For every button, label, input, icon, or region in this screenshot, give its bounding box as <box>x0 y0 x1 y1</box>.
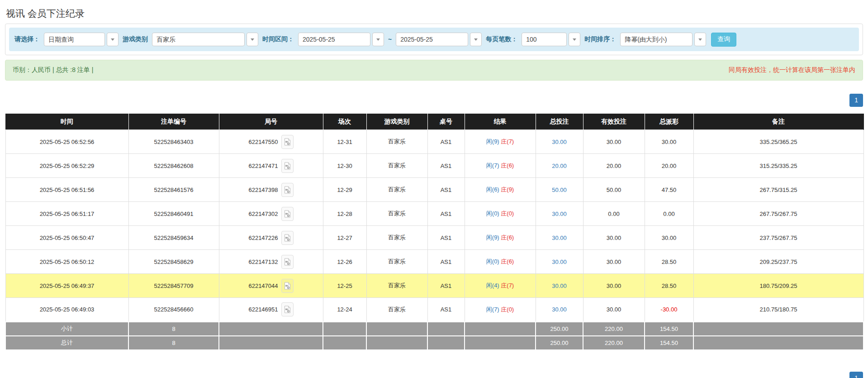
cell-total-bet: 50.00 <box>536 178 583 202</box>
game-type-dropdown-button[interactable] <box>247 33 258 46</box>
table-row[interactable]: 2025-05-25 06:51:56 522528461576 6221473… <box>5 178 863 202</box>
cell-remark: 267.75/315.25 <box>693 178 863 202</box>
game-type-select[interactable]: 百家乐 <box>152 33 258 46</box>
video-record-icon[interactable] <box>281 207 294 221</box>
result-player: 闲(9) <box>486 138 499 145</box>
total-bet-link[interactable]: 30.00 <box>552 139 567 145</box>
game-type-value[interactable]: 百家乐 <box>152 33 245 46</box>
video-record-icon[interactable] <box>281 302 294 316</box>
date-query-select[interactable]: 日期查询 <box>44 33 119 46</box>
cell-valid-bet: 30.00 <box>583 226 645 250</box>
cell-time: 2025-05-25 06:49:03 <box>5 298 128 322</box>
page-button-1-bottom[interactable]: 1 <box>849 372 863 378</box>
range-separator: ~ <box>388 36 392 43</box>
date-to-input[interactable]: 2025-05-25 <box>396 33 482 46</box>
video-record-icon[interactable] <box>281 231 294 245</box>
subtotal-label: 小计 <box>5 322 128 336</box>
cell-session: 12-26 <box>323 250 366 274</box>
total-bet-link[interactable]: 30.00 <box>552 306 567 313</box>
total-bet-link[interactable]: 30.00 <box>552 258 567 265</box>
subtotal-row: 小计 8 250.00 220.00 154.50 <box>5 322 863 336</box>
date-query-dropdown-button[interactable] <box>107 33 119 46</box>
currency-summary-text: 币别：人民币 | 总共 :8 注单 | <box>13 66 93 74</box>
page-size-value[interactable]: 100 <box>522 33 567 46</box>
video-record-icon[interactable] <box>281 159 294 173</box>
chevron-down-icon <box>474 38 478 41</box>
cell-valid-bet: 20.00 <box>583 154 645 178</box>
cell-total-bet: 30.00 <box>536 202 583 226</box>
result-player: 闲(4) <box>486 282 499 289</box>
cell-payout: 20.00 <box>645 154 693 178</box>
total-bet-link[interactable]: 50.00 <box>552 187 567 193</box>
cell-bet-id: 522528463403 <box>128 130 219 154</box>
table-row[interactable]: 2025-05-25 06:52:56 522528463403 6221475… <box>5 130 863 154</box>
total-bet-link[interactable]: 30.00 <box>552 282 567 289</box>
table-row[interactable]: 2025-05-25 06:50:47 522528459634 6221472… <box>5 226 863 250</box>
cell-round-id: 622147132 <box>219 250 323 274</box>
cell-valid-bet: 30.00 <box>583 298 645 322</box>
date-from-dropdown-button[interactable] <box>372 33 384 46</box>
cell-payout: 28.50 <box>645 250 693 274</box>
page-size-dropdown-button[interactable] <box>569 33 580 46</box>
cell-game-type: 百家乐 <box>366 202 427 226</box>
cell-valid-bet: 30.00 <box>583 274 645 298</box>
search-button[interactable]: 查询 <box>711 33 736 47</box>
cell-round-id: 622147044 <box>219 274 323 298</box>
chevron-down-icon <box>698 38 702 41</box>
filter-bar: 请选择： 日期查询 游戏类别 百家乐 时间区间： 2025-05-25 ~ 20… <box>9 28 859 51</box>
cell-table-no: AS1 <box>427 202 465 226</box>
table-row[interactable]: 2025-05-25 06:52:29 522528462608 6221474… <box>5 154 863 178</box>
pagination-top: 1 <box>5 94 863 107</box>
sort-order-select[interactable]: 降幂(由大到小) <box>620 33 706 46</box>
date-to-value[interactable]: 2025-05-25 <box>396 33 468 46</box>
cell-session: 12-31 <box>323 130 366 154</box>
video-record-icon[interactable] <box>281 279 294 293</box>
cell-table-no: AS1 <box>427 226 465 250</box>
cell-bet-id: 522528461576 <box>128 178 219 202</box>
result-banker: 庄(7) <box>501 138 514 145</box>
cell-remark: 180.75/209.25 <box>693 274 863 298</box>
cell-time: 2025-05-25 06:51:56 <box>5 178 128 202</box>
cell-table-no: AS1 <box>427 250 465 274</box>
cell-result: 闲(4) 庄(7) <box>465 274 536 298</box>
subtotal-total-bet: 250.00 <box>536 322 583 336</box>
cell-session: 12-30 <box>323 154 366 178</box>
table-row[interactable]: 2025-05-25 06:49:37 522528457709 6221470… <box>5 274 863 298</box>
cell-session: 12-29 <box>323 178 366 202</box>
date-query-value[interactable]: 日期查询 <box>44 33 105 46</box>
sort-order-dropdown-button[interactable] <box>694 33 706 46</box>
video-record-icon[interactable] <box>281 255 294 269</box>
video-record-icon[interactable] <box>281 183 294 197</box>
cell-payout: 30.00 <box>645 130 693 154</box>
table-row[interactable]: 2025-05-25 06:51:17 522528460491 6221473… <box>5 202 863 226</box>
cell-valid-bet: 30.00 <box>583 250 645 274</box>
cell-bet-id: 522528458629 <box>128 250 219 274</box>
video-record-icon[interactable] <box>281 135 294 149</box>
cell-valid-bet: 0.00 <box>583 202 645 226</box>
sort-order-value[interactable]: 降幂(由大到小) <box>620 33 693 46</box>
table-header-row: 时间 注单编号 局号 场次 游戏类别 桌号 结果 总投注 有效投注 总派彩 备注 <box>5 114 863 130</box>
cell-total-bet: 30.00 <box>536 298 583 322</box>
cell-session: 12-25 <box>323 274 366 298</box>
total-bet-link[interactable]: 30.00 <box>552 211 567 217</box>
date-to-dropdown-button[interactable] <box>470 33 482 46</box>
result-player: 闲(7) <box>486 162 499 169</box>
result-banker: 庄(6) <box>501 162 514 169</box>
cell-total-bet: 30.00 <box>536 250 583 274</box>
page-size-label: 每页笔数： <box>486 35 517 43</box>
table-row[interactable]: 2025-05-25 06:49:03 522528456660 6221469… <box>5 298 863 322</box>
total-bet-link[interactable]: 30.00 <box>552 234 567 241</box>
date-from-value[interactable]: 2025-05-25 <box>298 33 370 46</box>
page-button-1[interactable]: 1 <box>849 94 863 107</box>
betting-records-table: 时间 注单编号 局号 场次 游戏类别 桌号 结果 总投注 有效投注 总派彩 备注… <box>5 114 864 350</box>
page-title: 视讯 会员下注纪录 <box>6 7 862 20</box>
date-from-input[interactable]: 2025-05-25 <box>298 33 384 46</box>
cell-time: 2025-05-25 06:49:37 <box>5 274 128 298</box>
total-bet-link[interactable]: 20.00 <box>552 163 567 169</box>
page-size-select[interactable]: 100 <box>522 33 580 46</box>
cell-game-type: 百家乐 <box>366 274 427 298</box>
result-banker: 庄(7) <box>501 282 514 289</box>
header-total-bet: 总投注 <box>536 114 583 130</box>
filter-panel: 请选择： 日期查询 游戏类别 百家乐 时间区间： 2025-05-25 ~ 20… <box>5 24 863 55</box>
table-row[interactable]: 2025-05-25 06:50:12 522528458629 6221471… <box>5 250 863 274</box>
